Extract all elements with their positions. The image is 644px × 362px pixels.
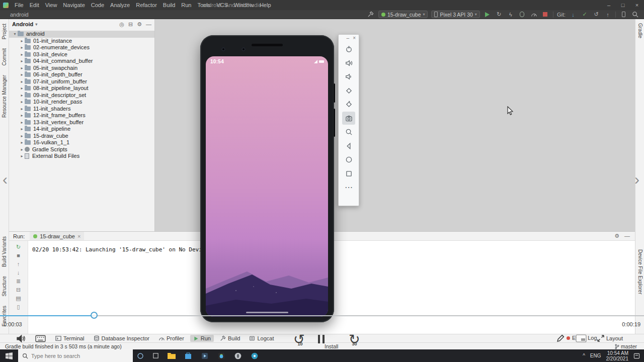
- close-icon[interactable]: ×: [630, 0, 644, 10]
- tree-item-module[interactable]: 12-init_frame_buffers: [9, 112, 154, 119]
- rewind-10-button[interactable]: ↺ 10: [293, 337, 307, 345]
- hide-panel-icon[interactable]: —: [624, 233, 630, 239]
- chevron-collapsed-icon[interactable]: [19, 65, 25, 72]
- run-config-select[interactable]: 15-draw_cube ▾: [378, 11, 428, 18]
- apply-changes-button[interactable]: ↻: [495, 11, 503, 19]
- screenshot-button[interactable]: [342, 112, 355, 125]
- cortana-button[interactable]: [133, 349, 148, 362]
- tree-item-module[interactable]: 04-init_command_buffer: [9, 58, 154, 65]
- tool-window-button-profiler[interactable]: Profiler: [155, 335, 187, 342]
- home-button[interactable]: [342, 153, 355, 166]
- fullscreen-icon[interactable]: [597, 334, 605, 344]
- gear-icon[interactable]: ⚙: [137, 21, 142, 28]
- volume-icon[interactable]: [16, 334, 26, 345]
- zoom-button[interactable]: [342, 126, 355, 139]
- tool-window-button-database-inspector[interactable]: Database Inspector: [91, 335, 152, 342]
- picture-in-picture-icon[interactable]: [576, 334, 587, 344]
- tree-item-external-build-files[interactable]: External Build Files: [9, 153, 154, 160]
- tree-item-module[interactable]: 09-init_descriptor_set: [9, 92, 154, 99]
- chevron-collapsed-icon[interactable]: [19, 44, 25, 51]
- run-tab[interactable]: 15-draw_cube ×: [30, 232, 84, 240]
- tree-item-module[interactable]: 13-init_vertex_buffer: [9, 119, 154, 126]
- chevron-collapsed-icon[interactable]: [19, 78, 25, 85]
- chevron-collapsed-icon[interactable]: [19, 146, 25, 153]
- menu-item[interactable]: Run: [178, 2, 194, 8]
- tree-item-module[interactable]: 01-init_instance: [9, 38, 154, 45]
- stop-button[interactable]: [541, 11, 549, 19]
- language-indicator[interactable]: ENG: [590, 353, 601, 358]
- chevron-collapsed-icon[interactable]: [19, 133, 25, 140]
- git-rollback-button[interactable]: ↺: [592, 11, 600, 19]
- scroll-up-icon[interactable]: ↑: [15, 260, 23, 267]
- search-everywhere-icon[interactable]: [631, 11, 639, 19]
- chevron-collapsed-icon[interactable]: [19, 119, 25, 126]
- menu-item[interactable]: Edit: [27, 2, 42, 8]
- taskbar-icon-store[interactable]: [180, 349, 196, 362]
- hide-panel-icon[interactable]: —: [146, 21, 151, 28]
- tree-item-module[interactable]: 03-init_device: [9, 51, 154, 58]
- chevron-collapsed-icon[interactable]: [19, 126, 25, 133]
- breadcrumb[interactable]: android: [0, 12, 29, 18]
- git-branch-widget[interactable]: master: [615, 343, 637, 349]
- tool-window-button[interactable]: Resource Manager: [2, 75, 7, 118]
- taskbar-icon-photos[interactable]: [196, 349, 213, 362]
- debug-button[interactable]: [518, 11, 526, 19]
- gear-icon[interactable]: ⚙: [614, 233, 619, 239]
- minimize-icon[interactable]: –: [602, 0, 616, 10]
- chevron-collapsed-icon[interactable]: [19, 99, 25, 106]
- chevron-collapsed-icon[interactable]: [19, 92, 25, 99]
- tree-item-module[interactable]: 11-init_shaders: [9, 106, 154, 113]
- tray-expand-icon[interactable]: ^: [583, 353, 585, 358]
- more-button[interactable]: ⋯: [342, 181, 355, 194]
- chevron-collapsed-icon[interactable]: [19, 153, 25, 160]
- tree-item-module[interactable]: 02-enumerate_devices: [9, 44, 154, 51]
- taskbar-search[interactable]: [18, 349, 133, 362]
- git-update-button[interactable]: ↓: [569, 11, 577, 19]
- power-button[interactable]: [342, 43, 355, 56]
- chevron-collapsed-icon[interactable]: [19, 112, 25, 119]
- chevron-collapsed-icon[interactable]: [19, 85, 25, 92]
- close-icon[interactable]: ×: [353, 35, 356, 42]
- taskbar-icon-skype[interactable]: [246, 349, 263, 362]
- apply-code-changes-button[interactable]: ϟ: [507, 11, 515, 19]
- chevron-collapsed-icon[interactable]: [19, 106, 25, 113]
- rotate-left-button[interactable]: [342, 84, 355, 97]
- tree-item-module[interactable]: 16-vulkan_1_1: [9, 139, 154, 146]
- device-select[interactable]: Pixel 3 API 30 ▾: [431, 11, 479, 18]
- previous-media-button[interactable]: ‹: [3, 172, 8, 187]
- chevron-collapsed-icon[interactable]: [19, 51, 25, 58]
- taskbar-clock[interactable]: 10:54 AM 2/20/2021: [606, 350, 629, 361]
- chevron-collapsed-icon[interactable]: [19, 71, 25, 78]
- menu-item[interactable]: File: [12, 2, 27, 8]
- rerun-icon[interactable]: ↻: [15, 243, 23, 250]
- tool-window-button-run[interactable]: Run: [190, 335, 214, 342]
- tree-item-module[interactable]: 07-init_uniform_buffer: [9, 78, 154, 85]
- minimize-icon[interactable]: –: [347, 35, 350, 42]
- pause-button[interactable]: [318, 335, 325, 343]
- overview-button[interactable]: [342, 167, 355, 180]
- forward-30-button[interactable]: ↻ 30: [349, 337, 360, 345]
- build-hammer-icon[interactable]: [367, 11, 375, 19]
- tool-window-button-build[interactable]: Build: [217, 335, 243, 342]
- menu-item[interactable]: Analyze: [107, 2, 133, 8]
- collapse-all-icon[interactable]: ⊟: [15, 286, 23, 293]
- chevron-collapsed-icon[interactable]: [19, 38, 25, 45]
- tree-item-module[interactable]: 10-init_render_pass: [9, 99, 154, 106]
- task-view-button[interactable]: [148, 349, 163, 362]
- tool-window-button-gradle[interactable]: Gradle: [637, 23, 643, 38]
- stop-icon[interactable]: ■: [15, 252, 23, 259]
- tool-window-button[interactable]: Project: [2, 24, 7, 39]
- taskbar-icon-android-studio[interactable]: [213, 349, 229, 362]
- next-media-button[interactable]: ›: [634, 172, 639, 187]
- device-manager-icon[interactable]: [619, 11, 627, 19]
- clear-icon[interactable]: ▯: [15, 303, 23, 310]
- menu-item[interactable]: Build: [160, 2, 178, 8]
- notification-center-icon[interactable]: [633, 353, 640, 359]
- taskbar-icon-emulator[interactable]: [229, 349, 246, 362]
- volume-up-button[interactable]: [342, 56, 355, 69]
- emulator-screen[interactable]: 10:54: [206, 56, 328, 317]
- close-tab-icon[interactable]: ×: [77, 233, 80, 239]
- tree-item-module[interactable]: 08-init_pipeline_layout: [9, 85, 154, 92]
- menu-item[interactable]: Code: [88, 2, 107, 8]
- chevron-collapsed-icon[interactable]: [19, 58, 25, 65]
